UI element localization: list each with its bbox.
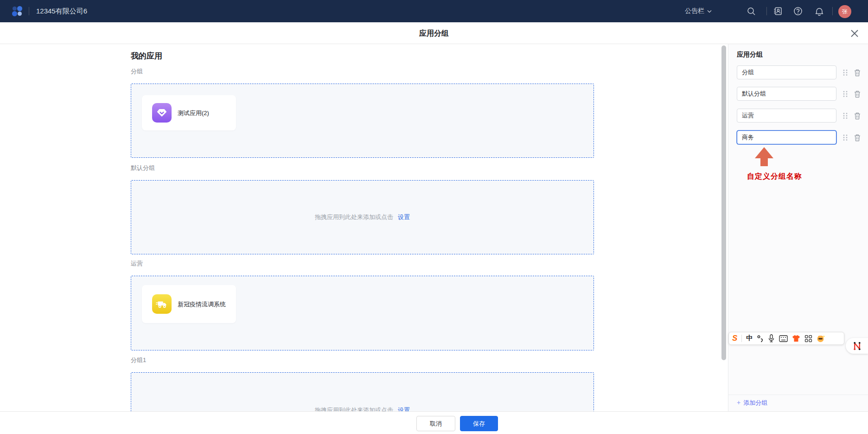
help-icon[interactable] bbox=[793, 6, 803, 16]
avatar-initial: 张 bbox=[842, 8, 848, 16]
bell-icon[interactable] bbox=[815, 6, 824, 16]
sogou-logo-icon[interactable]: S bbox=[732, 334, 737, 343]
add-group-button[interactable]: +添加分组 bbox=[728, 395, 868, 410]
group-name-input[interactable] bbox=[737, 65, 836, 79]
app-card[interactable]: 测试应用(2) bbox=[142, 95, 236, 130]
main-content: 我的应用 分组 测试应用(2) 默认分组 拖拽应用到此处来添加或点击 设置 运营 bbox=[0, 44, 728, 411]
app-name: 测试应用(2) bbox=[178, 109, 226, 117]
topbar-divider bbox=[766, 7, 767, 15]
punctuation-icon[interactable] bbox=[757, 335, 764, 342]
app-name: 新冠疫情流调系统 bbox=[178, 300, 226, 309]
group-label: 分组1 bbox=[131, 356, 146, 364]
my-apps-title: 我的应用 bbox=[131, 51, 162, 61]
group-dropzone[interactable]: 拖拽应用到此处来添加或点击 设置 bbox=[131, 372, 594, 411]
ime-divider bbox=[741, 335, 742, 342]
ime-chinese-mode[interactable]: 中 bbox=[746, 334, 753, 343]
trash-icon[interactable] bbox=[854, 112, 861, 120]
avatar[interactable]: 张 bbox=[838, 5, 851, 18]
save-button[interactable]: 保存 bbox=[460, 416, 498, 431]
group-name-input-focused[interactable] bbox=[737, 130, 836, 144]
close-icon[interactable] bbox=[849, 28, 860, 39]
microphone-icon[interactable] bbox=[768, 334, 775, 343]
empty-dropzone-hint: 拖拽应用到此处来添加或点击 设置 bbox=[131, 213, 594, 221]
truck-icon bbox=[152, 294, 172, 314]
modal-header: 应用分组 bbox=[0, 22, 868, 44]
page-title: 应用分组 bbox=[0, 22, 868, 44]
scrollbar-thumb[interactable] bbox=[721, 45, 726, 360]
settings-link[interactable]: 设置 bbox=[398, 213, 410, 221]
drag-handle-icon[interactable] bbox=[842, 112, 848, 119]
floating-assistant-icon[interactable] bbox=[846, 338, 868, 354]
empty-hint-text: 拖拽应用到此处来添加或点击 bbox=[315, 213, 393, 221]
trash-icon[interactable] bbox=[854, 69, 861, 77]
chevron-down-icon bbox=[707, 10, 712, 13]
drag-handle-icon[interactable] bbox=[842, 134, 848, 141]
company-name: 12345有限公司6 bbox=[36, 0, 87, 22]
drag-handle-icon[interactable] bbox=[842, 91, 848, 97]
contacts-icon[interactable] bbox=[773, 6, 783, 16]
group-input-row bbox=[728, 65, 868, 79]
gem-icon bbox=[152, 103, 172, 123]
group-label: 分组 bbox=[131, 67, 143, 76]
group-name-input[interactable] bbox=[737, 87, 836, 101]
group-label: 运营 bbox=[131, 259, 143, 268]
topbar-divider bbox=[29, 7, 29, 15]
toolbox-grid-icon[interactable] bbox=[804, 335, 812, 343]
annotation-text: 自定义分组名称 bbox=[747, 172, 802, 181]
announcement-label: 公告栏 bbox=[685, 7, 704, 15]
group-input-row bbox=[728, 130, 868, 144]
add-group-label: 添加分组 bbox=[743, 399, 767, 406]
group-input-row bbox=[728, 87, 868, 101]
announcement-dropdown[interactable]: 公告栏 bbox=[685, 0, 712, 22]
skin-shirt-icon[interactable] bbox=[792, 335, 800, 342]
topbar-divider bbox=[832, 7, 833, 15]
trash-icon[interactable] bbox=[854, 90, 861, 98]
settings-link[interactable]: 设置 bbox=[398, 406, 410, 411]
app-logo-icon[interactable] bbox=[12, 6, 22, 16]
group-dropzone[interactable]: 拖拽应用到此处来添加或点击 设置 bbox=[131, 180, 594, 254]
group-label: 默认分组 bbox=[131, 164, 155, 172]
group-name-input[interactable] bbox=[737, 109, 836, 123]
mascot-emoji-icon[interactable] bbox=[817, 335, 825, 343]
empty-dropzone-hint: 拖拽应用到此处来添加或点击 设置 bbox=[131, 406, 594, 411]
drag-handle-icon[interactable] bbox=[842, 69, 848, 76]
cancel-button[interactable]: 取消 bbox=[416, 416, 455, 431]
sidebar: 应用分组 bbox=[728, 44, 868, 411]
group-dropzone[interactable]: 测试应用(2) bbox=[131, 84, 594, 158]
group-input-row bbox=[728, 109, 868, 123]
footer-bar: 取消 保存 bbox=[0, 411, 868, 434]
search-icon[interactable] bbox=[747, 6, 756, 16]
app-card[interactable]: 新冠疫情流调系统 bbox=[142, 285, 236, 323]
topbar: 12345有限公司6 公告栏 张 bbox=[0, 0, 868, 22]
trash-icon[interactable] bbox=[854, 134, 861, 142]
empty-hint-text: 拖拽应用到此处来添加或点击 bbox=[315, 406, 393, 411]
ime-toolbar: S 中 bbox=[728, 332, 844, 345]
plus-icon: + bbox=[737, 399, 740, 406]
sidebar-title: 应用分组 bbox=[737, 51, 763, 59]
annotation-arrow-up-icon bbox=[755, 147, 773, 166]
group-dropzone[interactable]: 新冠疫情流调系统 bbox=[131, 276, 594, 350]
keyboard-icon[interactable] bbox=[779, 335, 788, 342]
